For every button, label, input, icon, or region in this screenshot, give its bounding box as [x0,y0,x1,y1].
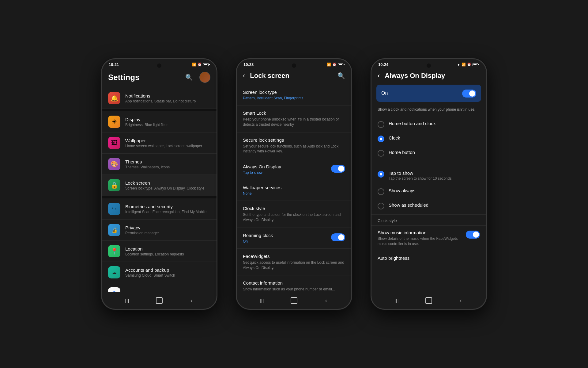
accounts-icon: ☁ [108,266,120,278]
always-on-sub: Tap to show [243,171,281,175]
phone-1-notch [157,63,161,68]
back-button[interactable]: ‹ [185,296,198,305]
display-desc: Brightness, Blue light filter [125,123,210,127]
privacy-text: Privacy Permission manager [125,225,210,235]
radio-home-clock-label: Home button and clock [389,121,480,126]
battery-icon [203,63,210,66]
phone-3-back-button[interactable]: ‹ [455,296,467,305]
phone-3-home-button[interactable] [423,296,435,305]
lock-item-wallpaper-services[interactable]: Wallpaper services None [237,180,351,201]
lockscreen-icon: 🔒 [108,179,120,191]
settings-item-notifications[interactable]: 🔔 Notifications App notifications, Statu… [102,88,217,109]
phone-2-battery-icon [338,63,345,66]
phone-2-status-icons: 📶 ⏰ [327,63,345,67]
notifications-name: Notifications [125,93,210,98]
phone-3-title: Always On Display [385,72,445,80]
radio-home-button[interactable] [378,150,384,157]
notifications-desc: App notifications, Status bar, Do not di… [125,99,210,103]
lock-item-clock-style[interactable]: Clock style Set the type and colour for … [237,201,351,228]
header-icons: 🔍 [183,72,210,83]
radio-item-tap-to-show[interactable]: Tap to show Tap the screen to show for 1… [371,167,486,184]
settings-title: Settings [108,73,140,82]
phone-3-alarm-icon: ⏰ [467,63,471,67]
phone-2-header: ‹ Lock screen 🔍 [237,69,351,85]
home-button[interactable] [153,296,165,305]
phone-2-title: Lock screen [250,72,289,80]
lock-item-screen-lock-type[interactable]: Screen lock type Pattern, Intelligent Sc… [237,85,351,105]
aod-main-toggle[interactable] [462,90,476,98]
radio-item-home-clock[interactable]: Home button and clock [371,117,486,132]
facewidgets-title: FaceWidgets [243,254,345,259]
phone-2-back-button[interactable]: ‹ [320,296,332,305]
screen-lock-type-title: Screen lock type [243,90,345,95]
settings-item-accounts[interactable]: ☁ Accounts and backup Samsung Cloud, Sma… [102,262,217,283]
lock-item-always-on[interactable]: Always On Display Tap to show [237,159,351,180]
phones-container: 10:21 📶 ⏰ Settings 🔍 � [101,58,487,310]
secure-lock-title: Secure lock settings [243,137,345,143]
themes-icon: 🎨 [108,158,120,170]
radio-show-scheduled[interactable] [378,203,384,209]
settings-item-biometrics[interactable]: 🛡 Biometrics and security Intelligent Sc… [102,198,217,220]
aod-main-toggle-row[interactable]: On [376,85,481,102]
location-name: Location [125,246,210,251]
lock-item-roaming-clock[interactable]: Roaming clock On [237,228,351,249]
radio-tap-to-show[interactable] [378,171,384,178]
roaming-clock-toggle[interactable] [331,233,345,241]
radio-show-always-label: Show always [389,188,480,193]
lock-item-contact-info[interactable]: Contact information Show information suc… [237,275,351,292]
music-info-desc: Show details of the music when the FaceW… [378,236,460,247]
avatar[interactable] [199,72,210,83]
aod-music-row[interactable]: Show music information Show details of t… [371,225,486,251]
music-info-toggle[interactable] [466,231,480,239]
radio-item-clock[interactable]: Clock [371,132,486,146]
accounts-name: Accounts and backup [125,267,210,273]
phone-2-recents-button[interactable]: ||| [256,296,268,305]
auto-brightness-title: Auto brightness [378,255,480,261]
location-text: Location Location settings, Location req… [125,246,210,256]
phone-3-back-btn[interactable]: ‹ [378,72,380,80]
phone-3-time: 10:24 [378,62,388,67]
phone-2-alarm-icon: ⏰ [332,63,337,67]
radio-home-button-label: Home button [389,150,480,155]
aod-show-options: Tap to show Tap the screen to show for 1… [371,166,486,214]
phone-3-download-icon: ▼ [457,63,460,67]
wifi-icon: 📶 [192,63,196,67]
phone-3-recents-button[interactable]: ||| [390,296,403,305]
settings-item-location[interactable]: 📍 Location Location settings, Location r… [102,241,217,262]
contact-info-desc: Show information such as your phone numb… [243,287,345,292]
phone-3-header: ‹ Always On Display [371,69,486,85]
settings-item-privacy[interactable]: 🔏 Privacy Permission manager [102,220,217,241]
radio-item-show-always[interactable]: Show always [371,184,486,199]
privacy-desc: Permission manager [125,231,210,235]
display-text: Display Brightness, Blue light filter [125,117,210,127]
phone-3-notch [427,63,431,68]
settings-search-button[interactable]: 🔍 [183,72,194,83]
location-icon: 📍 [108,245,120,257]
settings-item-display[interactable]: ☀ Display Brightness, Blue light filter [102,111,217,132]
radio-show-scheduled-label: Show as scheduled [389,202,480,208]
always-on-toggle[interactable] [331,165,345,173]
radio-show-always[interactable] [378,188,384,195]
roaming-clock-sub: On [243,239,273,243]
settings-item-wallpaper[interactable]: 🖼 Wallpaper Home screen wallpaper, Lock … [102,132,217,154]
radio-item-home-button[interactable]: Home button [371,146,486,160]
settings-item-themes[interactable]: 🎨 Themes Themes, Wallpapers, Icons [102,154,217,175]
settings-item-google[interactable]: G Google [102,283,217,292]
lock-item-facewidgets[interactable]: FaceWidgets Get quick access to useful i… [237,249,351,276]
phone-2-home-button[interactable] [288,296,300,305]
settings-item-lockscreen[interactable]: 🔒 Lock screen Screen lock type, Always O… [102,175,217,196]
recents-button[interactable]: ||| [121,296,133,305]
radio-item-show-scheduled[interactable]: Show as scheduled [371,199,486,213]
phone-3-status-icons: ▼ 📶 ⏰ [457,63,479,67]
lock-item-secure-lock[interactable]: Secure lock settings Set your secure loc… [237,132,351,159]
phone-2-search-btn[interactable]: 🔍 [337,72,345,79]
radio-clock[interactable] [378,136,384,142]
lock-item-smart-lock[interactable]: Smart Lock Keep your phone unlocked when… [237,105,351,132]
radio-home-clock[interactable] [378,121,384,128]
radio-clock-label: Clock [389,135,480,140]
phone-3-battery-icon [473,63,479,66]
aod-display-options: Home button and clock Clock Home button [371,116,486,162]
phone-2-back-btn[interactable]: ‹ [243,72,245,80]
accounts-text: Accounts and backup Samsung Cloud, Smart… [125,267,210,278]
auto-brightness-row[interactable]: Auto brightness [371,251,486,265]
